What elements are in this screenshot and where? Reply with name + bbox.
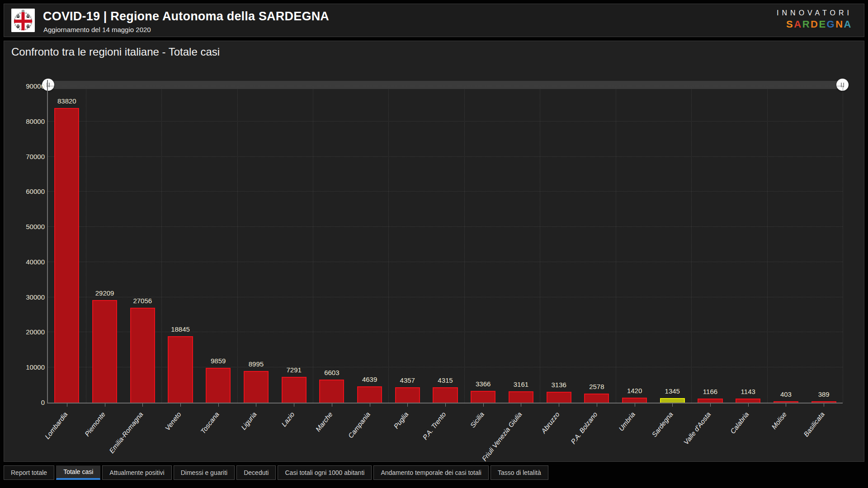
v-gridline — [388, 86, 389, 403]
x-tick-mark — [332, 404, 332, 407]
x-label-umbria: Umbria — [617, 410, 637, 432]
v-gridline — [86, 86, 86, 403]
bar-calabria[interactable] — [736, 399, 760, 403]
x-label-lombardia: Lombardia — [43, 410, 69, 440]
x-label-emilia-romagna: Emilia-Romagna — [108, 410, 145, 455]
x-tick-mark — [142, 404, 143, 407]
h-gridline — [48, 367, 843, 367]
v-gridline — [616, 86, 616, 403]
tab-attualmente-positivi[interactable]: Attualmente positivi — [102, 465, 171, 480]
y-axis-line — [47, 80, 48, 403]
bar-piemonte[interactable] — [92, 300, 117, 403]
y-tick-label: 30000 — [26, 293, 45, 301]
y-axis-labels: 0100002000030000400005000060000700008000… — [8, 86, 45, 403]
bar-puglia[interactable] — [395, 387, 420, 403]
h-gridline — [48, 86, 843, 86]
bar-basilicata[interactable] — [811, 401, 836, 403]
bar-lombardia[interactable] — [54, 108, 79, 403]
v-gridline — [313, 86, 313, 403]
x-tick-mark — [180, 404, 181, 407]
x-tick-mark — [635, 404, 635, 407]
x-label-molise: Molise — [770, 410, 788, 431]
tab-dimessi-e-guariti[interactable]: Dimessi e guariti — [174, 465, 235, 480]
sardegna-crest-icon — [11, 9, 35, 32]
h-gridline — [48, 191, 843, 192]
tab-report-totale[interactable]: Report totale — [4, 465, 54, 480]
y-tick-label: 40000 — [26, 258, 45, 266]
bar-lazio[interactable] — [282, 377, 307, 403]
x-tick-mark — [710, 404, 711, 407]
y-tick-label: 70000 — [26, 153, 45, 160]
bar-p-a-trento[interactable] — [433, 387, 458, 403]
header-bar: COVID-19 | Regione Autonoma della SARDEG… — [4, 4, 864, 37]
app-title: COVID-19 | Regione Autonoma della SARDEG… — [43, 9, 329, 23]
bar-p-a-bolzano[interactable] — [584, 394, 609, 403]
dashboard: COVID-19 | Regione Autonoma della SARDEG… — [0, 0, 868, 488]
bar-value-label: 27056 — [115, 297, 170, 305]
bar-value-label: 18845 — [153, 325, 208, 333]
bar-umbria[interactable] — [622, 398, 647, 403]
tab-totale-casi[interactable]: Totale casi — [56, 465, 100, 480]
brand-letter: G — [827, 19, 836, 30]
bar-campania[interactable] — [357, 386, 382, 403]
x-tick-mark — [483, 404, 484, 407]
brand-letter: E — [819, 19, 826, 30]
h-gridline — [48, 226, 843, 227]
x-tick-mark — [370, 404, 370, 407]
bar-molise[interactable] — [774, 401, 798, 403]
x-label-marche: Marche — [314, 410, 334, 433]
bar-sardegna[interactable] — [660, 398, 685, 403]
x-label-sicilia: Sicilia — [468, 410, 486, 429]
bar-marche[interactable] — [319, 380, 344, 403]
bar-value-label: 29209 — [78, 289, 132, 297]
bar-valle-d-aosta[interactable] — [698, 399, 722, 403]
v-gridline — [237, 86, 238, 403]
bar-abruzzo[interactable] — [547, 392, 571, 403]
x-label-veneto: Veneto — [163, 410, 182, 432]
tab-casi-totali-ogni-1000-abitanti[interactable]: Casi totali ogni 1000 abitanti — [278, 465, 372, 480]
bar-toscana[interactable] — [206, 368, 231, 403]
bar-liguria[interactable] — [244, 371, 269, 403]
y-tick-label: 60000 — [26, 188, 45, 195]
bar-emilia-romagna[interactable] — [130, 308, 155, 403]
x-label-valle-d-aosta: Valle d'Aosta — [682, 410, 712, 446]
bar-friuli-venezia-giulia[interactable] — [509, 391, 533, 403]
y-tick-label: 50000 — [26, 223, 45, 230]
update-date: Aggiornamento del 14 maggio 2020 — [43, 26, 151, 33]
v-gridline — [691, 86, 692, 403]
x-tick-mark — [256, 404, 256, 407]
v-gridline — [464, 86, 465, 403]
y-tick-label: 90000 — [26, 82, 45, 90]
x-label-puglia: Puglia — [392, 410, 410, 430]
bar-sicilia[interactable] — [471, 391, 495, 403]
x-tick-mark — [824, 404, 824, 407]
tab-bar: Report totaleTotale casiAttualmente posi… — [4, 465, 548, 480]
x-label-piemonte: Piemonte — [83, 410, 107, 437]
brand-letter: A — [794, 19, 802, 30]
bar-veneto[interactable] — [168, 336, 193, 403]
h-gridline — [48, 156, 843, 157]
y-tick-label: 80000 — [26, 117, 45, 125]
tab-andamento-temporale-dei-casi-totali[interactable]: Andamento temporale dei casi totali — [373, 465, 489, 480]
x-label-calabria: Calabria — [729, 410, 750, 435]
innovatori-sardegna-logo: INNOVATORI SARDEGNA — [777, 9, 852, 30]
brand-line1: INNOVATORI — [777, 9, 852, 17]
x-label-abruzzo: Abruzzo — [540, 410, 561, 435]
x-label-basilicata: Basilicata — [802, 410, 826, 438]
v-gridline — [767, 86, 768, 403]
brand-letter: R — [802, 19, 811, 30]
x-tick-mark — [786, 404, 786, 407]
y-tick-label: 10000 — [26, 363, 45, 371]
chart-panel: Confronto tra le regioni italiane - Tota… — [4, 41, 864, 462]
x-label-liguria: Liguria — [240, 410, 258, 431]
x-tick-mark — [748, 404, 749, 407]
tab-deceduti[interactable]: Deceduti — [236, 465, 276, 480]
plot-area: 83820Lombardia29209Piemonte27056Emilia-R… — [48, 86, 843, 403]
x-tick-mark — [407, 404, 408, 407]
x-label-p-a-bolzano: P.A. Bolzano — [569, 410, 599, 445]
x-label-friuli-venezia-giulia: Friuli Venezia Giulia — [480, 410, 523, 462]
v-gridline — [843, 86, 843, 403]
tab-tasso-di-letalit-[interactable]: Tasso di letalità — [491, 465, 548, 480]
brand-letter: N — [835, 19, 844, 30]
x-tick-mark — [294, 404, 294, 407]
